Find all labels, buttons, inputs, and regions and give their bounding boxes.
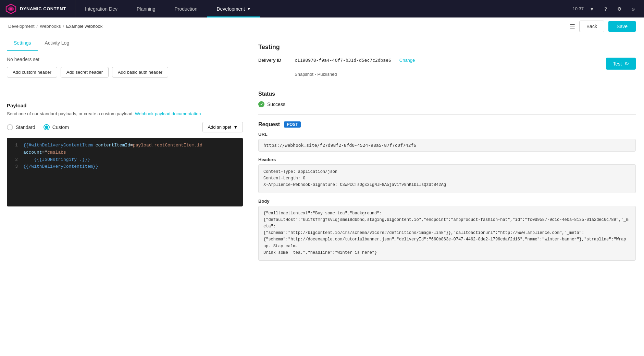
request-header: Request POST: [258, 121, 636, 128]
test-button[interactable]: Test ↻: [606, 58, 636, 70]
breadcrumb-development[interactable]: Development: [8, 24, 35, 29]
add-custom-header-button[interactable]: Add custom header: [7, 67, 57, 78]
post-badge: POST: [284, 121, 301, 128]
radio-standard[interactable]: Standard: [7, 124, 35, 130]
code-editor[interactable]: 1 {{#withDeliveryContentItem contentItem…: [7, 138, 243, 206]
refresh-icon: ↻: [624, 60, 629, 67]
nav-right: 10:37 ▼ ? ⚙ ⎋: [572, 3, 644, 14]
status-section: Status Success: [258, 91, 636, 107]
settings-icon[interactable]: ⚙: [614, 3, 625, 14]
body-label: Body: [258, 199, 636, 204]
tab-activity-log[interactable]: Activity Log: [38, 35, 76, 51]
dropdown-icon[interactable]: ▼: [586, 3, 597, 14]
payload-section: Payload Send one of our standard payload…: [0, 97, 250, 212]
breadcrumb: Development / Webhooks / Example webhook: [8, 24, 102, 29]
logout-icon[interactable]: ⎋: [628, 3, 639, 14]
payload-title: Payload: [7, 103, 243, 108]
breadcrumb-current: Example webhook: [66, 24, 102, 29]
list-settings-icon[interactable]: ☰: [570, 23, 575, 30]
snapshot-text: Snapshot - Published: [295, 72, 636, 77]
request-section: Request POST URL https://webhook.site/f2…: [258, 121, 636, 261]
top-nav: DYNAMIC CONTENT Integration Dev Planning…: [0, 0, 644, 17]
chevron-down-icon: ▼: [247, 7, 251, 11]
delivery-section: Delivery ID c1198978-f9a4-40f7-b31d-d5ec…: [258, 58, 636, 77]
delivery-id-label: Delivery ID: [258, 58, 289, 63]
nav-tabs: Integration Dev Planning Production Deve…: [75, 0, 260, 17]
headers-label: Headers: [258, 157, 636, 162]
line-num-2: 2: [11, 156, 18, 164]
status-badge: Success: [258, 101, 636, 107]
radio-custom-circle: [44, 124, 50, 130]
breadcrumb-sep-2: /: [63, 24, 64, 29]
left-panel: Settings Activity Log No headers set Add…: [0, 35, 250, 356]
time-display: 10:37: [572, 6, 584, 11]
code-line-3: 3 {{/withDeliveryContentItem}}: [11, 163, 239, 170]
url-label: URL: [258, 132, 636, 137]
breadcrumb-actions: ☰ Back Save: [570, 21, 636, 32]
right-panel: Testing Delivery ID c1198978-f9a4-40f7-b…: [250, 35, 644, 356]
url-field: https://webhook.site/f27d98f2-8fd0-4524-…: [258, 139, 636, 152]
status-title: Status: [258, 91, 636, 97]
breadcrumb-sep-1: /: [37, 24, 38, 29]
header-buttons: Add custom header Add secret header Add …: [7, 67, 243, 78]
logo-area: DYNAMIC CONTENT: [0, 0, 75, 17]
breadcrumb-webhooks[interactable]: Webhooks: [40, 24, 61, 29]
change-link[interactable]: Change: [399, 58, 415, 63]
back-button[interactable]: Back: [579, 21, 604, 32]
radio-standard-circle: [7, 124, 13, 130]
headers-block: Content-Type: application/json Content-L…: [258, 164, 636, 193]
save-button[interactable]: Save: [608, 21, 636, 32]
add-basic-auth-header-button[interactable]: Add basic auth header: [112, 67, 168, 78]
webhook-doc-link[interactable]: Webhook payload documentation: [135, 111, 201, 116]
nav-tab-production[interactable]: Production: [165, 0, 207, 17]
delivery-row: Delivery ID c1198978-f9a4-40f7-b31d-d5ec…: [258, 58, 636, 70]
right-panel-title: Testing: [258, 44, 636, 51]
radio-custom-label: Custom: [52, 124, 69, 130]
code-line-1: 1 {{#withDeliveryContentItem contentItem…: [11, 142, 239, 156]
request-title: Request: [258, 121, 280, 128]
code-line-2: 2 {{{JSONstringify .}}}: [11, 156, 239, 164]
add-secret-header-button[interactable]: Add secret header: [61, 67, 109, 78]
nav-tab-development[interactable]: Development ▼: [207, 0, 260, 17]
body-block: {"calltoactiontext":"Buy some tea","back…: [258, 206, 636, 261]
radio-standard-label: Standard: [16, 124, 35, 130]
breadcrumb-bar: Development / Webhooks / Example webhook…: [0, 17, 644, 35]
help-icon[interactable]: ?: [600, 3, 611, 14]
status-dot: [258, 101, 264, 107]
status-text: Success: [267, 102, 285, 107]
payload-description: Send one of our standard payloads, or cr…: [7, 111, 243, 116]
main-layout: Settings Activity Log No headers set Add…: [0, 35, 644, 356]
radio-custom[interactable]: Custom: [44, 124, 69, 130]
no-headers-text: No headers set: [7, 57, 243, 62]
logo-icon: [5, 3, 16, 14]
radio-group: Standard Custom Add snippet ▼: [7, 122, 243, 132]
delivery-id-value: c1198978-f9a4-40f7-b31d-d5ec7c2dbae6: [295, 58, 391, 63]
headers-section: No headers set Add custom header Add sec…: [0, 51, 250, 83]
tab-settings[interactable]: Settings: [7, 35, 38, 51]
add-snippet-button[interactable]: Add snippet ▼: [202, 122, 243, 132]
line-num-3: 3: [11, 163, 18, 170]
panel-tabs: Settings Activity Log: [0, 35, 250, 51]
nav-tab-integration-dev[interactable]: Integration Dev: [75, 0, 127, 17]
nav-tab-planning[interactable]: Planning: [127, 0, 165, 17]
chevron-down-icon: ▼: [233, 124, 238, 130]
line-num-1: 1: [11, 142, 18, 156]
logo-text: DYNAMIC CONTENT: [20, 6, 66, 11]
